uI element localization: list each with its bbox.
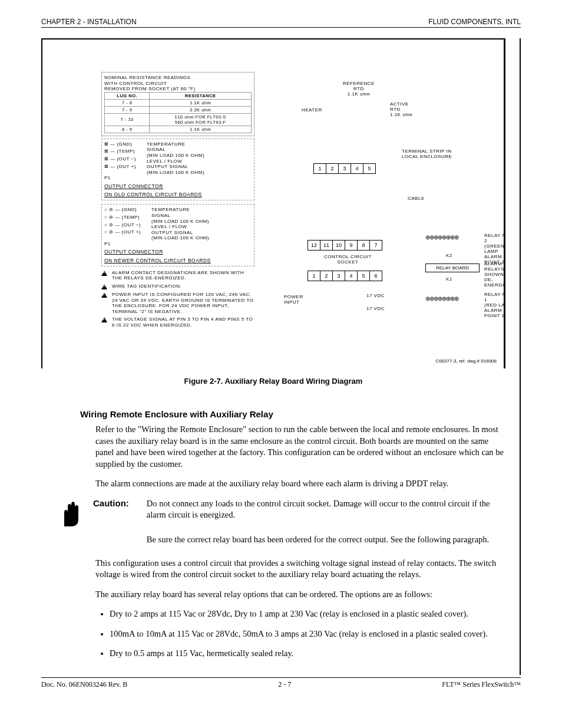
resistance-table: LUG NO.RESISTANCE 7 - 81.1K ohm 7 - 92.2… bbox=[104, 92, 252, 133]
note-1: 1THE VOLTAGE SIGNAL AT PIN 3 TO PIN 4 AN… bbox=[101, 317, 254, 328]
new-output-connector: ○ ⊘ — (GND) ○ ⊘ — (TEMP) ○ ⊘ — (OUT −) ○… bbox=[101, 204, 254, 266]
header-right: FLUID COMPONENTS, INTL bbox=[428, 18, 521, 26]
footer-left: Doc. No. 06EN003246 Rev. B bbox=[41, 680, 127, 689]
relay-options-list: Dry to 2 amps at 115 Vac or 28Vdc, Dry t… bbox=[95, 608, 505, 660]
page-footer: Doc. No. 06EN003246 Rev. B 2 - 7 FLT™ Se… bbox=[41, 677, 521, 689]
figure-caption: Figure 2-7. Auxiliary Relay Board Wiring… bbox=[41, 377, 505, 386]
caution-hand-icon bbox=[58, 498, 82, 528]
socket-bottom-row: 1 2 3 4 5 6 bbox=[308, 271, 382, 281]
caution-text-2: Be sure the correct relay board has been… bbox=[147, 534, 505, 546]
paragraph-1: Refer to the "Wiring the Remote Enclosur… bbox=[95, 424, 505, 470]
caution-block: Caution: Do not connect any loads to the… bbox=[41, 498, 505, 546]
drawing-reference: C00377-3, ref. dwg.# 016006 bbox=[435, 358, 497, 364]
old-output-connector: ⊠ — (GND) ⊠ — (TEMP) ⊠ — (OUT −) ⊠ — (OU… bbox=[101, 139, 254, 201]
list-item: Dry to 2 amps at 115 Vac or 28Vdc, Dry t… bbox=[110, 608, 505, 620]
caution-label: Caution: bbox=[93, 498, 129, 508]
paragraph-4: The auxiliary relay board has several re… bbox=[95, 589, 505, 601]
note-4: 4ALARM CONTACT DESIGNATIONS ARE SHOWN WI… bbox=[101, 270, 254, 281]
caution-text-1: Do not connect any loads to the control … bbox=[147, 498, 505, 521]
relay-board-box: RELAY BOARD bbox=[425, 263, 480, 272]
section-heading: Wiring Remote Enclosure with Auxiliary R… bbox=[80, 409, 505, 419]
footer-center: 2 - 7 bbox=[278, 680, 291, 689]
header-left: CHAPTER 2 - INSTALLATION bbox=[41, 18, 137, 26]
list-item: Dry to 0.5 amps at 115 Vac, hermetically… bbox=[110, 648, 505, 660]
socket-top-row: 12 11 10 9 8 7 bbox=[308, 240, 382, 251]
note-2: 2POWER INPUT IS CONFIGURED FOR 120 VAC, … bbox=[101, 292, 254, 314]
local-terminal-strip: 1 2 3 4 5 bbox=[313, 163, 376, 174]
paragraph-3: This configuration uses a control circui… bbox=[95, 558, 505, 581]
wiring-diagram-figure: NOMINAL RESISTANCE READINGS WITH CONTROL… bbox=[41, 38, 505, 368]
resistance-readings-box: NOMINAL RESISTANCE READINGS WITH CONTROL… bbox=[101, 72, 254, 136]
list-item: 100mA to 10mA at 115 Vac or 28Vdc, 50mA … bbox=[110, 628, 505, 640]
note-3: 3WIRE TAG IDENTIFICATION. bbox=[101, 284, 254, 289]
readings-title: NOMINAL RESISTANCE READINGS bbox=[104, 75, 252, 81]
footer-right: FLT™ Series FlexSwitch™ bbox=[442, 680, 521, 689]
page-header: CHAPTER 2 - INSTALLATION FLUID COMPONENT… bbox=[41, 18, 521, 28]
paragraph-2: The alarm connections are made at the au… bbox=[95, 478, 505, 490]
